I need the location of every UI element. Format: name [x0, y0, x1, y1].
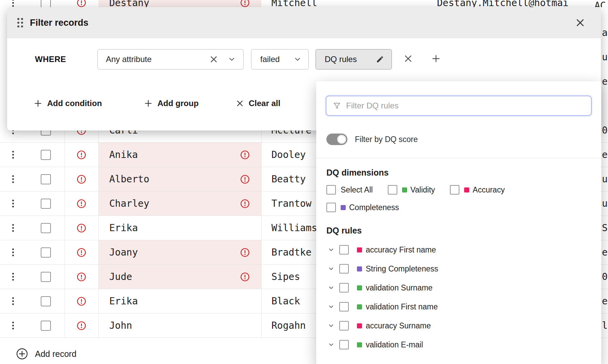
dq-rule-item[interactable]: validation E-mail — [316, 335, 601, 354]
dq-dimension-option[interactable]: Accuracy — [450, 185, 505, 195]
rule-checkbox[interactable] — [339, 302, 349, 311]
row-drag-handle[interactable] — [0, 240, 33, 264]
error-icon — [240, 199, 250, 208]
dq-rules-search-input[interactable] — [346, 101, 585, 110]
row-checkbox[interactable] — [41, 296, 51, 306]
add-condition-button[interactable]: Add condition — [34, 97, 102, 109]
table-row: Destany Mitchell Destany.Mitchell@hotmai — [0, 0, 608, 7]
row-checkbox[interactable] — [41, 0, 51, 7]
row-checkbox[interactable] — [41, 199, 51, 209]
add-group-label: Add group — [157, 99, 198, 108]
first-name-cell[interactable]: Erika — [98, 289, 261, 313]
row-drag-handle[interactable] — [0, 0, 33, 7]
rule-checkbox[interactable] — [339, 321, 349, 330]
dq-rule-item[interactable]: validation Surname — [316, 278, 601, 297]
drag-dots-icon — [12, 151, 14, 159]
chevron-down-icon[interactable] — [328, 265, 335, 272]
rule-checkbox[interactable] — [339, 264, 349, 274]
row-drag-handle[interactable] — [0, 314, 33, 338]
row-checkbox[interactable] — [41, 321, 51, 331]
row-checkbox[interactable] — [41, 272, 51, 282]
rule-checkbox[interactable] — [339, 283, 349, 292]
first-name-cell[interactable]: Anika — [98, 143, 261, 167]
chevron-down-icon[interactable] — [328, 341, 335, 348]
dq-dimensions-heading: DQ dimensions — [326, 168, 601, 178]
clear-attribute-icon[interactable] — [209, 55, 218, 64]
table-row-partial-top: Destany Mitchell Destany.Mitchell@hotmai… — [0, 0, 608, 7]
dq-rule-item[interactable]: accuracy First name — [316, 240, 601, 259]
rule-label: accuracy Surname — [366, 321, 431, 330]
first-name-cell[interactable]: Charley — [98, 191, 261, 216]
row-select-cell — [33, 0, 64, 7]
row-drag-handle[interactable] — [0, 191, 33, 216]
remove-condition-icon[interactable] — [403, 54, 413, 63]
error-icon — [240, 272, 250, 282]
dq-rule-item[interactable]: accuracy Surname — [316, 316, 601, 335]
dq-rules-search[interactable] — [326, 96, 592, 116]
first-name-cell[interactable]: Erika — [98, 216, 261, 240]
dq-dimension-option[interactable]: Completeness — [326, 203, 399, 212]
first-name-cell[interactable]: Alberto — [98, 167, 261, 191]
drag-dots-icon — [12, 322, 14, 329]
chevron-down-icon[interactable] — [328, 322, 335, 329]
row-drag-handle[interactable] — [0, 216, 33, 240]
toggle-knob — [337, 135, 346, 144]
row-checkbox[interactable] — [41, 150, 51, 160]
first-name-cell[interactable]: Destany — [98, 0, 261, 7]
add-group-button[interactable]: Add group — [144, 97, 198, 109]
row-drag-handle[interactable] — [0, 167, 33, 191]
surname-value: Mitchell — [271, 0, 317, 7]
row-drag-handle[interactable] — [0, 265, 33, 289]
dq-rules-list: accuracy First name String Completeness — [316, 240, 601, 354]
error-icon — [77, 223, 86, 233]
first-name-value: Jude — [109, 271, 132, 282]
dimension-label: Validity — [411, 185, 435, 195]
dimension-checkbox[interactable] — [450, 185, 459, 195]
first-name-cell[interactable]: Joany — [98, 240, 261, 264]
row-drag-handle[interactable] — [0, 143, 33, 167]
add-condition-plus-icon[interactable] — [431, 54, 441, 63]
dimension-label: Select All — [341, 185, 373, 195]
add-record-button[interactable]: Add record — [16, 348, 76, 360]
surname-value: Bradtke — [271, 247, 311, 258]
row-checkbox[interactable] — [41, 223, 51, 233]
plus-icon — [34, 99, 42, 108]
chevron-down-icon[interactable] — [328, 246, 335, 253]
row-checkbox[interactable] — [41, 247, 51, 258]
dq-rules-heading: DQ rules — [326, 226, 601, 236]
rule-color-swatch — [357, 285, 362, 290]
dq-dimension-option[interactable]: Validity — [388, 185, 435, 195]
dq-rule-item[interactable]: validation First name — [316, 297, 601, 316]
chevron-down-icon[interactable] — [328, 284, 335, 291]
error-icon — [77, 321, 86, 330]
operator-dropdown[interactable]: failed — [251, 49, 309, 69]
row-select-cell — [33, 314, 64, 338]
clear-all-button[interactable]: Clear all — [236, 97, 280, 109]
dq-rule-item[interactable]: String Completeness — [316, 259, 601, 278]
first-name-cell[interactable]: Jude — [98, 265, 261, 289]
dq-dimensions-list: Select All Validity Accuracy — [326, 185, 537, 212]
drag-dots-icon — [12, 0, 14, 7]
attribute-dropdown-value: Any attribute — [106, 55, 209, 64]
close-icon[interactable] — [575, 18, 585, 28]
dimension-checkbox[interactable] — [326, 185, 336, 195]
chevron-down-icon[interactable] — [328, 303, 335, 310]
clipped-text-fragment: e — [602, 149, 608, 160]
email-cell[interactable]: Destany.Mitchell@hotmai — [427, 0, 603, 7]
rule-label: String Completeness — [366, 264, 438, 274]
row-drag-handle[interactable] — [0, 289, 33, 313]
dq-rules-button[interactable]: DQ rules — [316, 49, 392, 69]
dialog-drag-handle-icon[interactable] — [17, 18, 23, 27]
rule-checkbox[interactable] — [339, 245, 349, 255]
first-name-cell[interactable]: John — [98, 314, 261, 338]
first-name-value: Erika — [109, 296, 138, 307]
dimension-checkbox[interactable] — [388, 185, 397, 195]
dq-score-toggle[interactable] — [326, 134, 347, 145]
rule-checkbox[interactable] — [339, 340, 349, 349]
rule-color-swatch — [357, 342, 362, 347]
dq-dimension-option[interactable]: Select All — [326, 185, 373, 195]
clipped-text-fragment: 0 — [602, 271, 608, 282]
row-checkbox[interactable] — [41, 174, 51, 184]
dimension-checkbox[interactable] — [326, 203, 336, 212]
attribute-dropdown[interactable]: Any attribute — [97, 49, 244, 69]
